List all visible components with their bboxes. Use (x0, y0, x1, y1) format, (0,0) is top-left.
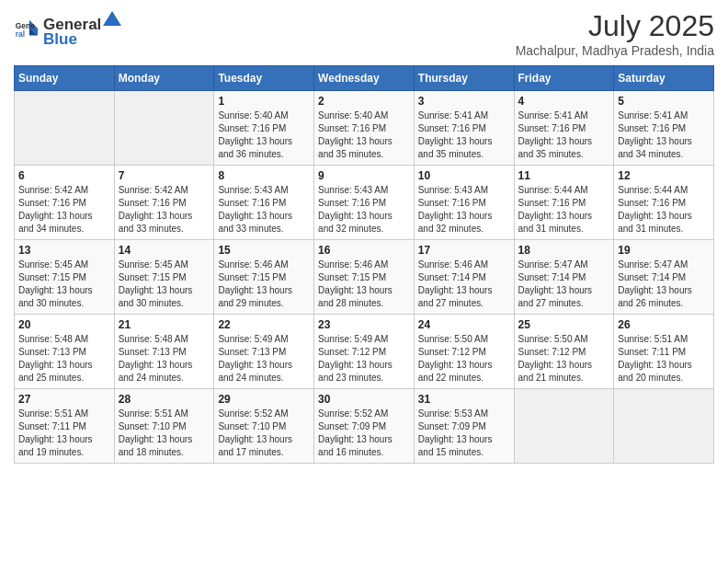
calendar-cell: 5Sunrise: 5:41 AMSunset: 7:16 PMDaylight… (614, 91, 714, 166)
day-info: Sunrise: 5:52 AMSunset: 7:09 PMDaylight:… (318, 408, 410, 459)
day-number: 29 (218, 393, 310, 406)
month-year: July 2025 (516, 9, 714, 43)
calendar-cell: 7Sunrise: 5:42 AMSunset: 7:16 PMDaylight… (114, 166, 214, 240)
day-number: 30 (318, 393, 410, 406)
calendar-cell: 2Sunrise: 5:40 AMSunset: 7:16 PMDaylight… (314, 91, 415, 166)
logo-text: General Blue (43, 9, 123, 49)
calendar-cell: 29Sunrise: 5:52 AMSunset: 7:10 PMDayligh… (214, 389, 314, 464)
calendar-cell: 6Sunrise: 5:42 AMSunset: 7:16 PMDaylight… (15, 166, 115, 240)
calendar-cell: 20Sunrise: 5:48 AMSunset: 7:13 PMDayligh… (15, 315, 115, 389)
calendar-table: SundayMondayTuesdayWednesdayThursdayFrid… (14, 65, 714, 464)
calendar-cell: 11Sunrise: 5:44 AMSunset: 7:16 PMDayligh… (514, 166, 614, 240)
day-number: 6 (18, 169, 110, 182)
day-number: 24 (418, 318, 510, 331)
weekday-header-row: SundayMondayTuesdayWednesdayThursdayFrid… (15, 66, 714, 91)
day-info: Sunrise: 5:41 AMSunset: 7:16 PMDaylight:… (618, 109, 710, 161)
calendar-cell: 3Sunrise: 5:41 AMSunset: 7:16 PMDaylight… (414, 91, 514, 166)
day-number: 28 (119, 393, 210, 406)
day-info: Sunrise: 5:45 AMSunset: 7:15 PMDaylight:… (119, 259, 210, 310)
calendar-cell: 1Sunrise: 5:40 AMSunset: 7:16 PMDaylight… (214, 91, 314, 166)
day-info: Sunrise: 5:51 AMSunset: 7:11 PMDaylight:… (618, 333, 710, 385)
day-info: Sunrise: 5:42 AMSunset: 7:16 PMDaylight:… (119, 184, 210, 236)
weekday-header: Thursday (414, 66, 514, 91)
calendar-week-row: 1Sunrise: 5:40 AMSunset: 7:16 PMDaylight… (15, 91, 714, 166)
day-number: 3 (418, 95, 510, 108)
day-info: Sunrise: 5:52 AMSunset: 7:10 PMDaylight:… (218, 408, 310, 459)
page-header: Gene ral General Blue July 2025 Machalpu… (14, 9, 714, 58)
day-info: Sunrise: 5:51 AMSunset: 7:11 PMDaylight:… (18, 408, 110, 459)
calendar-cell: 19Sunrise: 5:47 AMSunset: 7:14 PMDayligh… (614, 240, 714, 315)
day-number: 9 (318, 169, 410, 182)
weekday-header: Monday (114, 66, 214, 91)
day-info: Sunrise: 5:49 AMSunset: 7:12 PMDaylight:… (318, 333, 410, 385)
day-number: 17 (418, 244, 510, 257)
day-info: Sunrise: 5:44 AMSunset: 7:16 PMDaylight:… (518, 184, 610, 236)
day-info: Sunrise: 5:42 AMSunset: 7:16 PMDaylight:… (18, 184, 110, 236)
calendar-cell (614, 389, 714, 464)
calendar-cell: 16Sunrise: 5:46 AMSunset: 7:15 PMDayligh… (314, 240, 415, 315)
day-number: 2 (318, 95, 410, 108)
day-number: 7 (119, 169, 210, 182)
weekday-header: Sunday (15, 66, 115, 91)
day-info: Sunrise: 5:50 AMSunset: 7:12 PMDaylight:… (418, 333, 510, 385)
day-info: Sunrise: 5:40 AMSunset: 7:16 PMDaylight:… (318, 109, 410, 161)
calendar-cell: 31Sunrise: 5:53 AMSunset: 7:09 PMDayligh… (414, 389, 514, 464)
day-info: Sunrise: 5:46 AMSunset: 7:15 PMDaylight:… (218, 259, 310, 310)
calendar-cell: 30Sunrise: 5:52 AMSunset: 7:09 PMDayligh… (314, 389, 415, 464)
calendar-cell: 9Sunrise: 5:43 AMSunset: 7:16 PMDaylight… (314, 166, 415, 240)
title-block: July 2025 Machalpur, Madhya Pradesh, Ind… (516, 9, 714, 58)
day-info: Sunrise: 5:49 AMSunset: 7:13 PMDaylight:… (218, 333, 310, 385)
day-number: 21 (119, 318, 210, 331)
calendar-cell (514, 389, 614, 464)
calendar-week-row: 6Sunrise: 5:42 AMSunset: 7:16 PMDaylight… (15, 166, 714, 240)
day-info: Sunrise: 5:47 AMSunset: 7:14 PMDaylight:… (618, 259, 710, 310)
calendar-cell: 21Sunrise: 5:48 AMSunset: 7:13 PMDayligh… (114, 315, 214, 389)
day-number: 12 (618, 169, 710, 182)
calendar-week-row: 20Sunrise: 5:48 AMSunset: 7:13 PMDayligh… (15, 315, 714, 389)
day-number: 4 (518, 95, 610, 108)
day-info: Sunrise: 5:41 AMSunset: 7:16 PMDaylight:… (518, 109, 610, 161)
day-number: 11 (518, 169, 610, 182)
calendar-cell (15, 91, 115, 166)
weekday-header: Saturday (614, 66, 714, 91)
day-info: Sunrise: 5:45 AMSunset: 7:15 PMDaylight:… (18, 259, 110, 310)
location: Machalpur, Madhya Pradesh, India (516, 43, 714, 58)
day-info: Sunrise: 5:50 AMSunset: 7:12 PMDaylight:… (518, 333, 610, 385)
calendar-cell: 25Sunrise: 5:50 AMSunset: 7:12 PMDayligh… (514, 315, 614, 389)
day-info: Sunrise: 5:51 AMSunset: 7:10 PMDaylight:… (119, 408, 210, 459)
day-number: 1 (218, 95, 310, 108)
day-number: 16 (318, 244, 410, 257)
calendar-cell: 15Sunrise: 5:46 AMSunset: 7:15 PMDayligh… (214, 240, 314, 315)
day-number: 8 (218, 169, 310, 182)
calendar-cell: 23Sunrise: 5:49 AMSunset: 7:12 PMDayligh… (314, 315, 415, 389)
calendar-cell: 18Sunrise: 5:47 AMSunset: 7:14 PMDayligh… (514, 240, 614, 315)
calendar-cell: 13Sunrise: 5:45 AMSunset: 7:15 PMDayligh… (15, 240, 115, 315)
day-number: 14 (119, 244, 210, 257)
day-number: 13 (18, 244, 110, 257)
logo-icon: Gene ral (14, 17, 40, 42)
logo: Gene ral General Blue (14, 9, 123, 49)
day-number: 5 (618, 95, 710, 108)
day-info: Sunrise: 5:40 AMSunset: 7:16 PMDaylight:… (218, 109, 310, 161)
weekday-header: Wednesday (314, 66, 415, 91)
day-info: Sunrise: 5:43 AMSunset: 7:16 PMDaylight:… (318, 184, 410, 236)
day-number: 19 (618, 244, 710, 257)
day-number: 25 (518, 318, 610, 331)
calendar-cell: 14Sunrise: 5:45 AMSunset: 7:15 PMDayligh… (114, 240, 214, 315)
calendar-cell: 22Sunrise: 5:49 AMSunset: 7:13 PMDayligh… (214, 315, 314, 389)
calendar-week-row: 13Sunrise: 5:45 AMSunset: 7:15 PMDayligh… (15, 240, 714, 315)
day-number: 10 (418, 169, 510, 182)
day-info: Sunrise: 5:48 AMSunset: 7:13 PMDaylight:… (119, 333, 210, 385)
day-number: 18 (518, 244, 610, 257)
day-info: Sunrise: 5:46 AMSunset: 7:14 PMDaylight:… (418, 259, 510, 310)
day-info: Sunrise: 5:47 AMSunset: 7:14 PMDaylight:… (518, 259, 610, 310)
day-info: Sunrise: 5:41 AMSunset: 7:16 PMDaylight:… (418, 109, 510, 161)
day-info: Sunrise: 5:46 AMSunset: 7:15 PMDaylight:… (318, 259, 410, 310)
weekday-header: Friday (514, 66, 614, 91)
day-number: 15 (218, 244, 310, 257)
logo-triangle-icon (102, 9, 122, 29)
day-info: Sunrise: 5:43 AMSunset: 7:16 PMDaylight:… (418, 184, 510, 236)
calendar-cell: 10Sunrise: 5:43 AMSunset: 7:16 PMDayligh… (414, 166, 514, 240)
day-number: 20 (18, 318, 110, 331)
day-number: 22 (218, 318, 310, 331)
